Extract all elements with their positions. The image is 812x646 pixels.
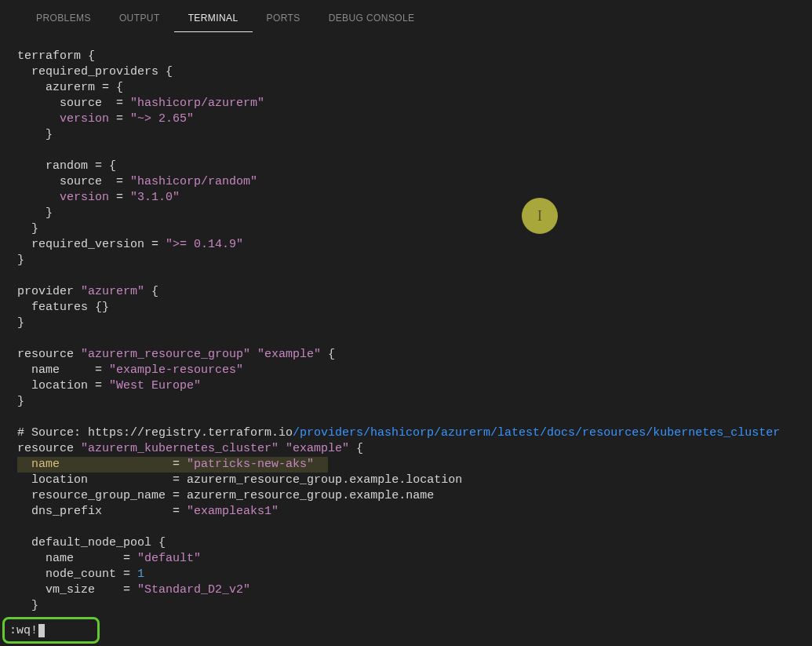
tab-problems[interactable]: PROBLEMS [22,8,105,31]
code-line: terraform { [17,49,95,63]
code-line: resource "azurerm_resource_group" "examp… [17,348,335,361]
code-line: resource "azurerm_kubernetes_cluster" "e… [17,442,363,455]
code-line: } [17,222,38,235]
code-line: required_version = ">= 0.14.9" [17,238,243,251]
code-line: source = "hashicorp/azurerm" [17,97,264,110]
tab-output[interactable]: OUTPUT [105,8,174,31]
code-line: provider "azurerm" { [17,285,158,298]
terminal-content[interactable]: terraform { required_providers { azurerm… [0,31,812,614]
code-line: version = "~> 2.65" [17,112,194,126]
code-line: } [17,206,53,220]
code-line: } [17,254,24,267]
code-line: location = azurerm_resource_group.exampl… [17,473,462,487]
code-line: version = "3.1.0" [17,191,180,204]
code-line: location = "West Europe" [17,379,201,392]
code-line: azurerm = { [17,81,123,94]
code-line: random = { [17,159,116,173]
tab-terminal[interactable]: TERMINAL [174,8,253,32]
cursor-glyph: I [537,208,542,224]
panel-tabs: PROBLEMS OUTPUT TERMINAL PORTS DEBUG CON… [0,0,812,31]
code-line: resource_group_name = azurerm_resource_g… [17,489,434,502]
code-line [17,520,24,534]
tab-ports[interactable]: PORTS [253,8,315,31]
code-line: } [17,599,38,612]
code-line: } [17,128,53,141]
code-line [17,332,24,345]
text-cursor-icon [38,624,45,637]
code-line [17,144,24,157]
code-line: } [17,316,24,330]
code-line [17,411,24,424]
code-line [17,269,24,283]
code-line: } [17,395,24,408]
cursor-indicator-icon: I [522,198,558,234]
code-line: vm_size = "Standard_D2_v2" [17,583,250,597]
vim-command-line[interactable]: :wq! [2,617,100,644]
code-line: source = "hashicorp/random" [17,175,257,188]
code-line: node_count = 1 [17,568,144,581]
code-line: features {} [17,301,109,314]
tab-debug-console[interactable]: DEBUG CONSOLE [315,8,429,31]
code-line: # Source: https://registry.terraform.io/… [17,426,780,440]
vim-command-text: :wq! [9,624,38,637]
code-line: name = "example-resources" [17,363,243,377]
code-line: name = "default" [17,552,201,565]
highlighted-line: name = "patricks-new-aks" [17,457,328,473]
code-line: required_providers { [17,65,173,78]
code-line: dns_prefix = "exampleaks1" [17,505,279,518]
code-line: default_node_pool { [17,536,166,549]
